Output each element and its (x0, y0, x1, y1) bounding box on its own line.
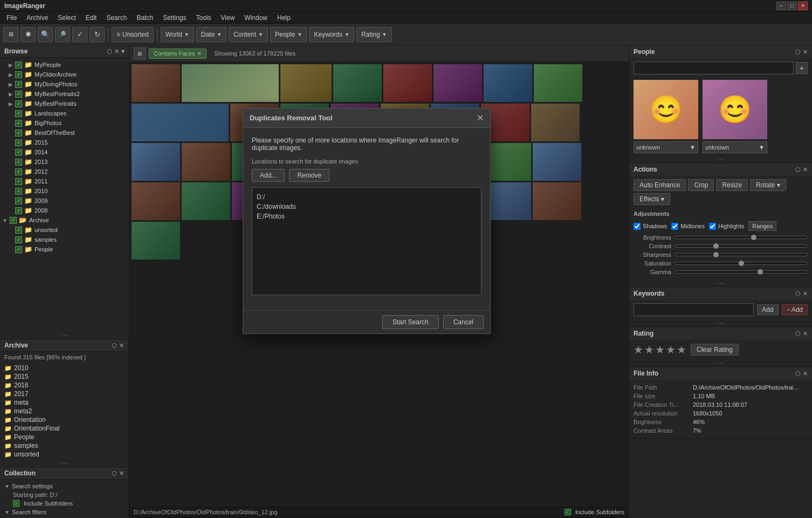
resize-btn[interactable]: Resize (716, 179, 748, 191)
face-photo-2[interactable]: 😊 (703, 80, 767, 139)
photo-thumb[interactable] (182, 182, 230, 220)
menu-settings[interactable]: Settings (159, 13, 190, 23)
archive-close-btn[interactable]: ✕ (119, 342, 124, 349)
select-all-btn[interactable]: ✱ (20, 27, 36, 42)
tree-item-bestofthebest[interactable]: ✓ 📁 BestOfTheBest (0, 128, 129, 138)
keywords-remove-all-btn[interactable]: − Add (782, 304, 808, 315)
tree-item-mybestportraits[interactable]: ▶ ✓ 📁 MyBestPortraits (0, 99, 129, 108)
archive-item-meta[interactable]: 📁meta (4, 398, 124, 407)
menu-window[interactable]: Window (240, 13, 272, 23)
archive-item-2015[interactable]: 📁2015 (4, 372, 124, 381)
tree-item-2013[interactable]: ✓ 📁 2013 (0, 157, 129, 167)
auto-enhance-btn[interactable]: Auto Enhance (634, 179, 686, 191)
tree-item-2008[interactable]: ✓ 📁 2008 (0, 206, 129, 215)
sort-dropdown[interactable]: ≡ Unsorted (112, 27, 154, 42)
people-pin-btn[interactable]: ⬡ (795, 49, 801, 56)
archive-expand-btn[interactable]: ⬡ (112, 342, 117, 349)
tree-item-2015[interactable]: ✓ 📁 2015 (0, 138, 129, 147)
start-search-btn[interactable]: Start Search (382, 315, 439, 329)
browse-expand-btn[interactable]: ⬡ (107, 48, 112, 55)
archive-item-unsorted[interactable]: 📁unsorted (4, 450, 124, 459)
world-filter[interactable]: World ▼ (161, 27, 194, 42)
star-1[interactable]: ★ (634, 343, 643, 356)
collection-expand-btn[interactable]: ⬡ (112, 470, 117, 477)
menu-tools[interactable]: Tools (191, 13, 215, 23)
tree-item-2009[interactable]: ✓ 📁 2009 (0, 196, 129, 206)
star-2[interactable]: ★ (644, 343, 654, 356)
archive-item-2016[interactable]: 📁2016 (4, 381, 124, 390)
check-btn[interactable]: ✓ (72, 27, 87, 42)
minimize-btn[interactable]: − (776, 2, 786, 10)
contains-faces-tag[interactable]: Contains Faces ✕ (149, 49, 207, 59)
date-filter[interactable]: Date ▼ (196, 27, 226, 42)
search-settings-item[interactable]: ▼ Search settings (4, 482, 124, 490)
archive-item-people[interactable]: 📁People (4, 433, 124, 441)
menu-select[interactable]: Select (53, 13, 80, 23)
menu-edit[interactable]: Edit (81, 13, 101, 23)
tree-item-mydivingphotos[interactable]: ▶ ✓ 📁 MyDivingPhotos (0, 79, 129, 89)
tree-item-2010[interactable]: ✓ 📁 2010 (0, 186, 129, 196)
photo-thumb[interactable] (484, 64, 532, 102)
gamma-slider[interactable] (675, 270, 808, 274)
menu-archive[interactable]: Archive (22, 13, 52, 23)
refresh-btn[interactable]: ↻ (90, 27, 105, 42)
archive-item-2017[interactable]: 📁2017 (4, 390, 124, 398)
effects-btn[interactable]: Effects ▾ (634, 193, 670, 205)
ranges-btn[interactable]: Ranges (748, 221, 776, 231)
people-search-input[interactable] (634, 62, 794, 74)
keywords-filter[interactable]: Keywords ▼ (309, 27, 354, 42)
include-subfolders-item[interactable]: ✓ Include Subfolders (4, 499, 124, 508)
tree-item-mypeople[interactable]: ▶ ✓ 📁 MyPeople (0, 60, 129, 70)
rating-close-btn[interactable]: ✕ (803, 330, 808, 337)
people-filter[interactable]: People ▼ (270, 27, 307, 42)
archive-item-2010[interactable]: 📁2010 (4, 364, 124, 372)
people-close-btn[interactable]: ✕ (803, 49, 808, 56)
grid-size-btn[interactable]: ⊞ (134, 47, 146, 59)
dialog-location-2[interactable]: C:/downloads (257, 202, 477, 212)
contrast-slider[interactable] (675, 244, 808, 248)
actions-close-btn[interactable]: ✕ (803, 166, 808, 173)
rating-pin-btn[interactable]: ⬡ (795, 330, 801, 337)
star-5[interactable]: ★ (677, 343, 686, 356)
photo-thumb[interactable] (132, 104, 229, 141)
photo-thumb[interactable] (182, 143, 230, 181)
photo-thumb[interactable] (280, 64, 332, 102)
tree-item-people[interactable]: ✓ 📁 People (0, 244, 129, 254)
collection-close-btn[interactable]: ✕ (119, 470, 124, 477)
photo-thumb[interactable] (534, 64, 582, 102)
star-4[interactable]: ★ (666, 343, 676, 356)
actions-pin-btn[interactable]: ⬡ (795, 166, 801, 173)
archive-item-samples[interactable]: 📁samples (4, 441, 124, 450)
keywords-add-btn[interactable]: Add (757, 304, 778, 315)
photo-thumb[interactable] (433, 64, 482, 102)
tree-item-bigphotos[interactable]: ✓ 📁 BigPhotos (0, 118, 129, 128)
photo-thumb[interactable] (333, 64, 382, 102)
face-name-select-1[interactable]: unknown ▼ (634, 141, 698, 153)
search-filters-item[interactable]: ▼ Search filters (4, 508, 124, 516)
rating-filter[interactable]: Rating ▼ (356, 27, 392, 42)
tree-item-2011[interactable]: ✓ 📁 2011 (0, 176, 129, 186)
archive-item-meta2[interactable]: 📁meta2 (4, 407, 124, 415)
tree-item-mybestportraits2[interactable]: ▶ ✓ 📁 MyBestPortraits2 (0, 89, 129, 99)
keywords-pin-btn[interactable]: ⬡ (795, 290, 801, 297)
zoom-out-btn[interactable]: 🔎 (55, 27, 70, 42)
menu-search[interactable]: Search (102, 13, 131, 23)
close-btn[interactable]: ✕ (798, 2, 808, 10)
cancel-btn[interactable]: Cancel (443, 315, 484, 329)
dialog-add-btn[interactable]: Add... (252, 169, 285, 182)
tree-item-myolderarchive[interactable]: ▶ ✓ 📁 MyOlderArchive (0, 70, 129, 79)
star-3[interactable]: ★ (655, 343, 665, 356)
keywords-input[interactable] (634, 303, 754, 316)
dialog-location-3[interactable]: E:/Photos (257, 212, 477, 221)
photo-thumb[interactable] (132, 222, 180, 260)
photo-thumb[interactable] (533, 143, 581, 181)
photo-thumb[interactable] (132, 143, 180, 181)
maximize-btn[interactable]: □ (787, 2, 797, 10)
menu-help[interactable]: Help (273, 13, 295, 23)
archive-item-orientationfinal[interactable]: 📁OrientationFinal (4, 424, 124, 433)
menu-view[interactable]: View (217, 13, 239, 23)
tree-item-unsorted[interactable]: ✓ 📁 unsorted (0, 225, 129, 235)
file-info-close-btn[interactable]: ✕ (803, 370, 808, 377)
clear-rating-btn[interactable]: Clear Rating (691, 344, 739, 356)
tree-item-archive[interactable]: ▼ ✓ 📂 Archive (0, 215, 129, 225)
